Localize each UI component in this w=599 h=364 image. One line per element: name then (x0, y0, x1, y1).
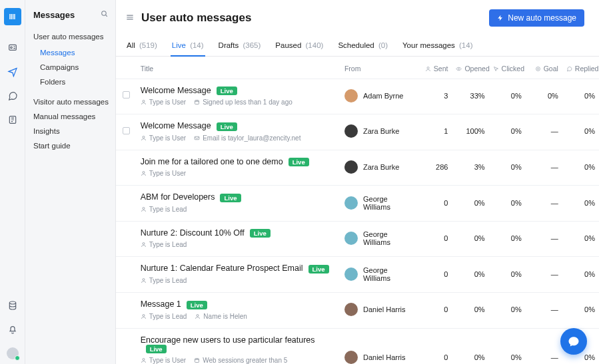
tabs: All (519)Live (14)Drafts (365)Paused (14… (116, 37, 599, 57)
cell-clicked: 0% (489, 293, 526, 329)
col-title[interactable]: Title (137, 57, 340, 79)
row-title: Welcome Message (141, 121, 211, 130)
main: User auto messages New auto message All … (116, 0, 599, 364)
table-row[interactable]: ABM for DevelopersLiveType is LeadGeorge… (116, 186, 599, 222)
cell-opened: 0% (452, 221, 488, 257)
tab-scheduled[interactable]: Scheduled (0) (336, 37, 389, 56)
table-row[interactable]: Nurture 2: Discount 10% OffLiveType is L… (116, 221, 599, 257)
new-auto-message-label: New auto message (508, 13, 576, 23)
svg-point-17 (143, 314, 145, 316)
col-clicked[interactable]: Clicked (489, 57, 526, 79)
cell-goal: 0% (526, 79, 562, 114)
tab-paused[interactable]: Paused (140) (274, 37, 324, 56)
cell-goal: — (526, 186, 562, 222)
table-row[interactable]: Welcome MessageLiveType is UserEmail is … (116, 114, 599, 150)
meta-chip: Type is Lead (141, 241, 187, 248)
bell-icon[interactable] (6, 323, 19, 336)
live-badge: Live (308, 265, 329, 273)
from-name: Daniel Harris (363, 305, 406, 313)
tab-count: (14) (188, 41, 204, 49)
cell-sent: 3 (415, 79, 452, 114)
tab-label: Your messages (402, 41, 455, 49)
tab-count: (365) (241, 41, 261, 49)
chat-bubble-icon[interactable] (6, 89, 19, 102)
tab-drafts[interactable]: Drafts (365) (217, 37, 263, 56)
sidebar-item-visitor-auto[interactable]: Visitor auto messages (33, 94, 109, 109)
row-checkbox[interactable] (123, 127, 130, 134)
menu-icon[interactable] (125, 13, 135, 24)
search-icon[interactable] (100, 9, 109, 20)
col-goal[interactable]: Goal (526, 57, 562, 79)
people-icon[interactable] (6, 41, 19, 55)
cell-sent: 286 (415, 150, 452, 186)
sidebar-item-manual[interactable]: Manual messages (33, 109, 109, 124)
cell-goal: — (526, 221, 562, 257)
tab-live[interactable]: Live (14) (171, 37, 205, 56)
table-row[interactable]: Encourage new users to use particular fe… (116, 328, 599, 364)
live-badge: Live (146, 345, 167, 353)
table-row[interactable]: Message 1LiveType is LeadName is HelenDa… (116, 293, 599, 329)
cell-sent: 0 (415, 293, 452, 329)
cell-clicked: 0% (489, 328, 526, 364)
col-from[interactable]: From (340, 57, 415, 79)
icon-rail (0, 0, 25, 364)
row-title: Nurture 2: Discount 10% Off (141, 228, 245, 238)
sidebar-item-insights[interactable]: Insights (33, 124, 109, 138)
col-replied[interactable]: Replied (562, 57, 599, 79)
sidebar-sub-folders[interactable]: Folders (40, 75, 109, 89)
cell-clicked: 0% (489, 257, 526, 293)
sidebar-sub-campaigns[interactable]: Campaigns (40, 60, 109, 75)
col-sent[interactable]: Sent (415, 57, 452, 79)
svg-point-13 (143, 172, 145, 174)
from-name: Zara Burke (363, 127, 399, 135)
cell-goal: — (526, 114, 562, 150)
sidebar-sub-messages[interactable]: Messages (40, 45, 109, 60)
from-name: Zara Burke (363, 163, 399, 171)
tab-your-messages[interactable]: Your messages (14) (401, 37, 474, 56)
table-row[interactable]: Welcome MessageLiveType is UserSigned up… (116, 79, 599, 114)
meta-chip: Email is taylor_laura@zencity.net (194, 134, 300, 142)
sidebar: Messages User auto messages Messages Cam… (25, 0, 116, 364)
table-row[interactable]: Join me for a tailored one to one demoLi… (116, 150, 599, 186)
live-badge: Live (289, 158, 309, 166)
tab-all[interactable]: All (519) (125, 37, 159, 56)
cell-replied: 0% (562, 79, 599, 114)
row-checkbox[interactable] (123, 91, 130, 98)
avatar (344, 232, 358, 245)
meta-chip: Web sessions greater than 5 (194, 357, 287, 364)
meta-chip: Signed up less than 1 day ago (194, 98, 293, 106)
row-title: Welcome Message (141, 86, 211, 95)
cell-sent: 1 (415, 114, 452, 150)
col-opened[interactable]: Opened (452, 57, 488, 79)
cell-replied: 0% (562, 293, 599, 329)
cell-replied: 0% (562, 257, 599, 293)
sidebar-item-user-auto[interactable]: User auto messages (33, 29, 109, 44)
new-auto-message-button[interactable]: New auto message (489, 9, 584, 27)
user-avatar[interactable] (6, 347, 19, 360)
tab-count: (14) (457, 41, 473, 49)
cell-goal: — (526, 257, 562, 293)
from-name: George Williams (363, 266, 411, 282)
svg-rect-20 (195, 359, 199, 363)
article-icon[interactable] (6, 113, 19, 126)
messages-table: Title From Sent Opened Clicked Goal Repl… (116, 57, 599, 364)
sidebar-item-start-guide[interactable]: Start guide (33, 138, 109, 153)
avatar (344, 351, 358, 364)
live-badge: Live (217, 87, 237, 95)
page-header: User auto messages New auto message (116, 0, 599, 33)
row-title: Nurture 1: Calendar Feature Prospect Ema… (141, 264, 303, 273)
cell-clicked: 0% (489, 79, 526, 114)
brand-logo[interactable] (4, 8, 21, 25)
svg-point-7 (536, 67, 540, 71)
table-row[interactable]: Nurture 1: Calendar Feature Prospect Ema… (116, 257, 599, 293)
data-icon[interactable] (6, 299, 19, 312)
svg-point-4 (102, 11, 107, 15)
meta-chip: Type is User (141, 134, 187, 142)
tab-label: Live (172, 41, 186, 49)
send-icon[interactable] (6, 65, 19, 79)
tab-count: (140) (303, 41, 323, 49)
messenger-fab[interactable] (560, 328, 587, 355)
meta-chip: Type is Lead (141, 313, 187, 320)
cell-goal: — (526, 328, 562, 364)
tab-label: Paused (275, 41, 301, 49)
